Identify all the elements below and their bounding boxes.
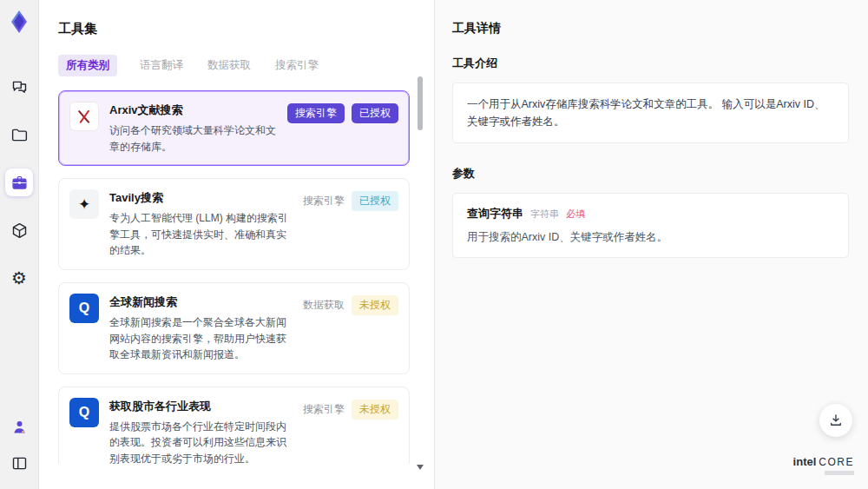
tool-details-panel: 工具详情 工具介绍 一个用于从Arxiv存储库搜索科学论文和文章的工具。 输入可…: [434, 0, 868, 489]
folder-icon[interactable]: [5, 121, 33, 149]
tab-0[interactable]: 所有类别: [58, 55, 117, 76]
tool-card-1[interactable]: ✦Tavily搜索专为人工智能代理 (LLM) 构建的搜索引擎工具，可快速提供实…: [58, 178, 410, 270]
brand-intel: intel: [793, 455, 817, 468]
tool-desc: 访问各个研究领域大量科学论文和文章的存储库。: [109, 122, 277, 155]
left-rail: ⚙: [0, 0, 39, 489]
tab-2[interactable]: 数据获取: [206, 55, 253, 76]
auth-badge: 未授权: [352, 295, 398, 315]
scrollbar-thumb[interactable]: [418, 76, 423, 130]
tool-card-3[interactable]: Q获取股市各行业表现提供股票市场各个行业在特定时间段内的表现。投资者可以利用这些…: [58, 387, 410, 464]
tool-intro-text: 一个用于从Arxiv存储库搜索科学论文和文章的工具。 输入可以是Arxiv ID…: [452, 83, 849, 143]
scrollbar[interactable]: [417, 76, 424, 482]
user-icon[interactable]: [5, 413, 33, 440]
category-tag: 搜索引擎: [303, 191, 345, 211]
news-icon: Q: [69, 398, 99, 427]
tavily-icon: ✦: [69, 189, 99, 219]
rail-bottom: [5, 413, 33, 477]
app-window: ⚙ 工具集 所有类别语言翻译数据获取搜索引擎 Arxiv文献搜索访问各个研究领域…: [0, 0, 868, 489]
page-title: 工具集: [58, 21, 410, 37]
tool-name: 全球新闻搜索: [109, 294, 293, 310]
app-logo-icon: [4, 7, 34, 36]
category-tabs: 所有类别语言翻译数据获取搜索引擎: [58, 55, 410, 76]
param-name: 查询字符串: [467, 206, 523, 221]
tool-desc: 全球新闻搜索是一个聚合全球各大新闻网站内容的搜索引擎，帮助用户快速获取全球最新资…: [109, 314, 293, 363]
param-required-badge: 必填: [566, 208, 585, 221]
gear-icon[interactable]: ⚙: [5, 264, 33, 292]
category-tag: 数据获取: [303, 295, 345, 315]
tool-card-2[interactable]: Q全球新闻搜索全球新闻搜索是一个聚合全球各大新闻网站内容的搜索引擎，帮助用户快速…: [58, 282, 410, 374]
panel-toggle-icon[interactable]: [5, 449, 33, 477]
brand-core: CORE: [819, 456, 854, 468]
parameter-card: 查询字符串 字符串 必填 用于搜索的Arxiv ID、关键字或作者姓名。: [452, 193, 849, 258]
tab-3[interactable]: 搜索引擎: [273, 55, 320, 76]
param-type: 字符串: [530, 208, 559, 221]
tool-desc: 专为人工智能代理 (LLM) 构建的搜索引擎工具，可快速提供实时、准确和真实的结…: [109, 210, 293, 259]
params-heading: 参数: [452, 166, 849, 182]
toolbox-icon[interactable]: [5, 169, 33, 196]
param-desc: 用于搜索的Arxiv ID、关键字或作者姓名。: [467, 230, 834, 245]
category-tag: 搜索引擎: [303, 400, 345, 420]
tool-list-panel: 工具集 所有类别语言翻译数据获取搜索引擎 Arxiv文献搜索访问各个研究领域大量…: [39, 0, 434, 489]
chat-icon[interactable]: [5, 73, 33, 101]
scroll-down-icon[interactable]: [417, 465, 424, 470]
download-icon: [828, 413, 844, 428]
details-title: 工具详情: [452, 21, 849, 36]
rail-nav: ⚙: [5, 73, 33, 292]
category-tag: 搜索引擎: [287, 103, 345, 123]
arxiv-icon: [69, 102, 99, 131]
auth-badge: 未授权: [352, 400, 398, 420]
cube-icon[interactable]: [5, 216, 33, 244]
tab-1[interactable]: 语言翻译: [138, 55, 185, 76]
brand-underline: [825, 471, 854, 475]
tool-list: Arxiv文献搜索访问各个研究领域大量科学论文和文章的存储库。搜索引擎已授权✦T…: [58, 90, 410, 464]
intel-core-logo: intelCORE: [793, 456, 854, 475]
tool-name: Arxiv文献搜索: [109, 102, 277, 118]
auth-badge: 已授权: [352, 191, 398, 211]
news-icon: Q: [69, 294, 99, 323]
tool-desc: 提供股票市场各个行业在特定时间段内的表现。投资者可以利用这些信息来识别表现优于或…: [109, 419, 293, 464]
tool-card-0[interactable]: Arxiv文献搜索访问各个研究领域大量科学论文和文章的存储库。搜索引擎已授权: [58, 90, 410, 166]
tool-name: Tavily搜索: [109, 190, 293, 206]
intro-heading: 工具介绍: [452, 56, 849, 71]
download-button[interactable]: [819, 404, 852, 437]
auth-badge: 已授权: [352, 103, 398, 123]
tool-name: 获取股市各行业表现: [109, 399, 293, 414]
